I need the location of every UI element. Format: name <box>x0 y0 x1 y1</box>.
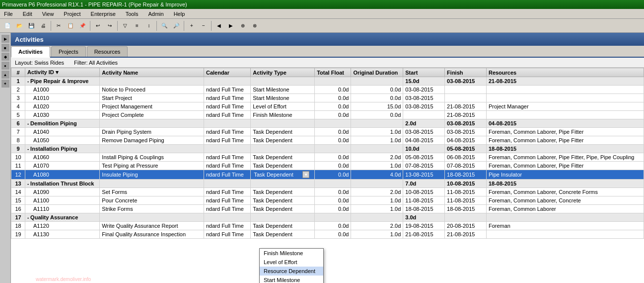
tab-resources[interactable]: Resources <box>87 46 128 57</box>
tb-cut[interactable]: ✂ <box>53 20 64 31</box>
cell-activity-name: Notice to Proceed <box>100 86 204 94</box>
cell-activity-type[interactable]: ▼ <box>251 170 315 180</box>
left-icon-1[interactable]: ▶ <box>1 35 9 43</box>
table-row[interactable]: 8A1050Remove Damaged Pipingndard Full Ti… <box>11 136 644 145</box>
tb-nav4[interactable]: ⊗ <box>249 20 260 31</box>
col-header-calendar[interactable]: Calendar <box>204 68 250 77</box>
left-icon-6[interactable]: ✦ <box>1 80 9 88</box>
tb-save[interactable]: 💾 <box>26 20 37 31</box>
cell-orig-duration: 4.0d <box>351 170 403 180</box>
table-row[interactable]: 14A1090Set Formsndard Full TimeTask Depe… <box>11 188 644 196</box>
cell-start: 10-08-2015 <box>403 188 445 196</box>
table-row[interactable]: 1- Pipe Repair & Improve15.0d03-08-20152… <box>11 77 644 86</box>
table-row[interactable]: 15A1100Pour Concretendard Full TimeTask … <box>11 196 644 205</box>
cell-finish: 04-08-2015 <box>445 136 487 145</box>
cell-orig-duration: 2.0d <box>351 222 403 230</box>
tb-open[interactable]: 📂 <box>14 20 25 31</box>
menu-edit[interactable]: Edit <box>21 10 34 18</box>
cell-total-float: 0.0d <box>315 102 351 111</box>
table-row[interactable]: 9- Installation Piping10.0d05-08-201518-… <box>11 145 644 153</box>
table-row[interactable]: 6- Demolition Piping2.0d03-08-201504-08-… <box>11 119 644 128</box>
dropdown-arrow[interactable]: ▼ <box>302 171 309 178</box>
cell-row-num: 10 <box>11 153 25 162</box>
cell-total-float: 0.0d <box>315 222 351 230</box>
left-icon-4[interactable]: ● <box>1 62 9 70</box>
cell-activity-name: Write Quality Assurance Report <box>100 222 204 230</box>
menu-help[interactable]: Help <box>172 10 187 18</box>
table-row[interactable]: 2A1000Notice to Proceedndard Full TimeSt… <box>11 86 644 94</box>
table-row[interactable]: 19A1130Final Quality Assurance Inspectio… <box>11 230 644 239</box>
cell-row-num: 2 <box>11 86 25 94</box>
table-row[interactable]: 12A1080Insulate Pipingndard Full Time▼0.… <box>11 170 644 180</box>
cell-orig-duration: 1.0d <box>351 196 403 205</box>
cell-activity-id: - Pipe Repair & Improve <box>25 77 100 86</box>
tb-new[interactable]: 📄 <box>2 20 13 31</box>
cell-activity-id: A1110 <box>25 205 100 213</box>
dropdown-item[interactable]: Finish Milestone <box>260 249 323 258</box>
left-icon-5[interactable]: ▲ <box>1 71 9 79</box>
table-row[interactable]: 18A1120Write Quality Assurance Reportnda… <box>11 222 644 230</box>
tb-nav1[interactable]: ◀ <box>214 20 224 31</box>
menu-project[interactable]: Project <box>62 10 82 18</box>
table-row[interactable]: 13- Installation Thrust Block7.0d10-08-2… <box>11 180 644 188</box>
activity-type-input[interactable] <box>253 171 302 179</box>
tb-zoom-out[interactable]: 🔎 <box>171 20 182 31</box>
cell-start <box>403 111 445 119</box>
col-header-activity-type[interactable]: Activity Type <box>251 68 315 77</box>
menu-tools[interactable]: Tools <box>124 10 141 18</box>
tb-sort[interactable]: ↕ <box>143 20 154 31</box>
col-header-orig-duration[interactable]: Original Duration <box>351 68 403 77</box>
col-header-activity-id[interactable]: Activity ID ▾ <box>25 68 100 77</box>
dropdown-item[interactable]: Start Milestone <box>260 276 323 283</box>
cell-activity-id: A1080 <box>25 170 100 180</box>
tb-paste[interactable]: 📌 <box>77 20 88 31</box>
table-row[interactable]: 4A1020Project Managementndard Full TimeL… <box>11 102 644 111</box>
tb-zoom-in[interactable]: 🔍 <box>159 20 170 31</box>
col-header-resources[interactable]: Resources <box>486 68 644 77</box>
tb-copy[interactable]: 📋 <box>65 20 76 31</box>
cell-orig-duration: 1.0d <box>351 162 403 170</box>
left-icon-3[interactable]: ◆ <box>1 53 9 61</box>
tb-group[interactable]: ≡ <box>132 20 143 31</box>
tab-projects[interactable]: Projects <box>51 46 86 57</box>
tb-nav2[interactable]: ▶ <box>225 20 236 31</box>
table-row[interactable]: 3A1010Start Projectndard Full TimeStart … <box>11 94 644 102</box>
panel-header: Activities <box>11 33 644 46</box>
tb-undo[interactable]: ↩ <box>92 20 103 31</box>
cell-orig-duration: 15.0d <box>351 102 403 111</box>
tb-delete[interactable]: − <box>198 20 209 31</box>
table-row[interactable]: 11A1070Test Piping at Pressurendard Full… <box>11 162 644 170</box>
cell-start: 11-08-2015 <box>403 196 445 205</box>
table-row[interactable]: 7A1040Drain Piping Systemndard Full Time… <box>11 128 644 136</box>
table-row[interactable]: 10A1060Install Piping & Couplingsndard F… <box>11 153 644 162</box>
col-header-finish[interactable]: Finish <box>445 68 487 77</box>
cell-activity-id: A1060 <box>25 153 100 162</box>
tb-print[interactable]: 🖨 <box>38 20 49 31</box>
cell-orig-duration: 0.0d <box>351 111 403 119</box>
table-row[interactable]: 16A1110Strike Formsndard Full TimeTask D… <box>11 205 644 213</box>
col-header-activity-name[interactable]: Activity Name <box>100 68 204 77</box>
menu-enterprise[interactable]: Enterprise <box>89 10 118 18</box>
cell-activity-type: Task Dependent <box>251 205 315 213</box>
dropdown-item[interactable]: Level of Effort <box>260 258 323 267</box>
left-icon-2[interactable]: ■ <box>1 44 9 52</box>
table-row[interactable]: 5A1030Project Completendard Full TimeFin… <box>11 111 644 119</box>
cell-activity-name: Strike Forms <box>100 205 204 213</box>
activity-type-dropdown[interactable]: Finish MilestoneLevel of EffortResource … <box>259 248 324 283</box>
cell-row-num: 13 <box>11 180 25 188</box>
tab-activities[interactable]: Activities <box>11 46 50 58</box>
menu-view[interactable]: View <box>40 10 56 18</box>
tb-redo[interactable]: ↪ <box>104 20 115 31</box>
col-header-total-float[interactable]: Total Float <box>315 68 351 77</box>
tb-nav3[interactable]: ⊕ <box>237 20 248 31</box>
cell-orig-duration: 0.0d <box>351 86 403 94</box>
menu-admin[interactable]: Admin <box>146 10 165 18</box>
col-header-start[interactable]: Start <box>403 68 445 77</box>
menu-file[interactable]: File <box>2 10 15 18</box>
cell-activity-name: Final Quality Assurance Inspection <box>100 230 204 239</box>
tb-filter[interactable]: ▽ <box>120 20 131 31</box>
dropdown-item[interactable]: Resource Dependent <box>260 267 323 276</box>
tb-add[interactable]: + <box>186 20 197 31</box>
table-row[interactable]: 17- Quality Assurance3.0d <box>11 213 644 222</box>
cell-row-num: 5 <box>11 111 25 119</box>
